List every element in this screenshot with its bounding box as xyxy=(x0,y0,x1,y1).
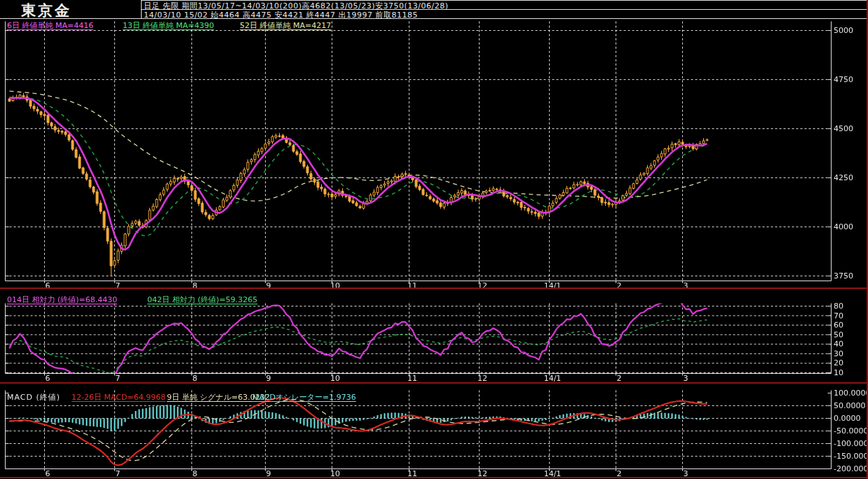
month-tick-label: 12 xyxy=(477,281,487,290)
rsi-axis-tick-label: 50 xyxy=(834,330,843,339)
macd-axis-tick-label: 0.0000 xyxy=(834,414,861,423)
separator-rsi-macd xyxy=(0,382,868,384)
macd-axis-tick-label: -150.000 xyxy=(834,452,868,461)
price-axis-tick-label: 3750 xyxy=(834,271,853,281)
month-tick-label: 9 xyxy=(266,281,271,290)
rsi-axis-tick-label: 40 xyxy=(834,339,843,349)
month-tick-label: 7 xyxy=(116,281,121,290)
rsi-axis-tick-label: 60 xyxy=(834,321,843,330)
chart-terminal-window: { "window": { "title": "東京金" }, "header"… xyxy=(0,0,868,479)
month-tick-label: 8 xyxy=(193,281,198,290)
month-tick-label: 10 xyxy=(330,281,340,290)
chart-canvas[interactable] xyxy=(0,0,868,479)
month-tick-label: 14/1 xyxy=(544,281,562,290)
macd-axis-tick-label: 100.0000 xyxy=(834,389,868,398)
rsi-axis-tick-label: 70 xyxy=(834,311,843,320)
rsi42-legend[interactable]: 042日 相対力 (終値)=59.3265 xyxy=(147,295,257,305)
price-axis-tick-label: 5000 xyxy=(834,26,853,35)
macd-axis-tick-label: -50.0000 xyxy=(834,426,868,436)
rsi-axis-tick-label: 30 xyxy=(834,349,843,358)
price-axis-tick-label: 4250 xyxy=(834,173,853,182)
rsi-axis-tick-label: 80 xyxy=(834,302,843,311)
macd-line-legend[interactable]: 12-26日 MACD=64.9968 xyxy=(72,392,165,403)
rsi-axis-tick-label: 10 xyxy=(834,368,843,377)
month-tick-label: 2 xyxy=(617,281,622,290)
macd-axis-tick-label: -100.000 xyxy=(834,439,868,448)
month-tick-label: 3 xyxy=(684,281,689,290)
macd-axis-tick-label: -200.000 xyxy=(834,464,868,473)
macd-oscillator-legend[interactable]: MACDオシレーター=1.9736 xyxy=(252,392,356,403)
price-axis-tick-label: 4000 xyxy=(834,222,853,231)
rsi-axis-tick-label: 20 xyxy=(834,358,843,367)
month-tick-label: 6 xyxy=(46,281,50,290)
macd-title-legend[interactable]: MACD (終値) xyxy=(7,392,60,403)
price-axis-tick-label: 4750 xyxy=(834,75,853,84)
window-bottom-border xyxy=(0,477,868,478)
macd-axis-tick-label: 50.0000 xyxy=(834,401,866,410)
rsi14-legend[interactable]: 014日 相対力 (終値)=68.4430 xyxy=(7,295,117,305)
month-tick-label: 11 xyxy=(407,281,417,290)
price-axis-tick-label: 4500 xyxy=(834,124,853,133)
separator-price-rsi xyxy=(0,288,868,289)
